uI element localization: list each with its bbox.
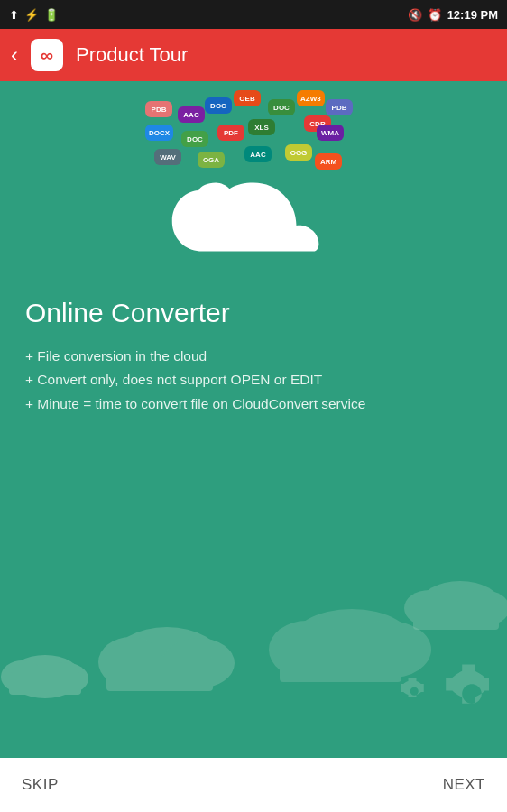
file-format-badge: ARM bbox=[315, 153, 342, 170]
file-format-badge: WMA bbox=[317, 125, 344, 141]
file-format-badge: OEB bbox=[234, 90, 261, 106]
file-format-badge: XLS bbox=[248, 119, 275, 135]
feature-item: + Convert only, does not support OPEN or… bbox=[25, 368, 482, 392]
svg-rect-3 bbox=[9, 672, 81, 695]
text-content: Online Converter + File conversion in th… bbox=[0, 280, 507, 434]
file-format-badge: DOCX bbox=[145, 125, 173, 141]
status-bar: ⬆ ⚡ 🔋 🔇 ⏰ 12:19 PM bbox=[0, 0, 507, 29]
battery-icon: 🔋 bbox=[44, 8, 59, 22]
file-format-badge: AAC bbox=[178, 106, 205, 123]
battery-charging-icon: ⚡ bbox=[24, 8, 39, 22]
feature-list: + File conversion in the cloud+ Convert … bbox=[25, 345, 482, 416]
file-format-badge: AAC bbox=[244, 146, 272, 162]
section-title: Online Converter bbox=[25, 298, 482, 328]
bottom-bar: SKIP NEXT bbox=[0, 758, 507, 812]
app-bar-title: Product Tour bbox=[76, 43, 188, 67]
app-bar: ‹ ∞ Product Tour bbox=[0, 29, 507, 81]
mute-icon: 🔇 bbox=[408, 8, 422, 22]
skip-button[interactable]: SKIP bbox=[22, 776, 59, 794]
file-format-badge: DOC bbox=[268, 99, 295, 115]
file-format-badge: PDB bbox=[326, 99, 353, 115]
next-button[interactable]: NEXT bbox=[443, 776, 485, 794]
file-format-badge: OGG bbox=[285, 144, 312, 161]
svg-rect-15 bbox=[413, 603, 499, 630]
file-format-badge: PDB bbox=[145, 101, 172, 117]
usb-icon: ⬆ bbox=[9, 8, 19, 22]
back-button[interactable]: ‹ bbox=[11, 42, 18, 68]
cloud-shape bbox=[168, 180, 339, 271]
file-format-badge: WAV bbox=[154, 149, 181, 165]
app-logo: ∞ bbox=[31, 39, 63, 71]
svg-rect-7 bbox=[106, 657, 213, 691]
file-format-badge: OGA bbox=[198, 152, 225, 168]
status-left-icons: ⬆ ⚡ 🔋 bbox=[9, 8, 59, 22]
status-time: 12:19 PM bbox=[447, 8, 498, 22]
status-right-info: 🔇 ⏰ 12:19 PM bbox=[408, 8, 498, 22]
feature-item: + File conversion in the cloud bbox=[25, 345, 482, 368]
file-format-badge: PDF bbox=[217, 125, 244, 141]
feature-item: + Minute = time to convert file on Cloud… bbox=[25, 392, 482, 416]
main-content: PDBAACDOCOEBDOCAZW3PDBDOCXCDRDOCPDFXLSWM… bbox=[0, 81, 507, 758]
gear-icons bbox=[381, 628, 489, 722]
alarm-icon: ⏰ bbox=[428, 8, 442, 22]
file-format-badge: AZW3 bbox=[297, 90, 325, 106]
cloud-illustration: PDBAACDOCOEBDOCAZW3PDBDOCXCDRDOCPDFXLSWM… bbox=[0, 81, 507, 280]
file-format-badge: DOC bbox=[181, 131, 208, 147]
file-format-badge: DOC bbox=[205, 97, 232, 114]
